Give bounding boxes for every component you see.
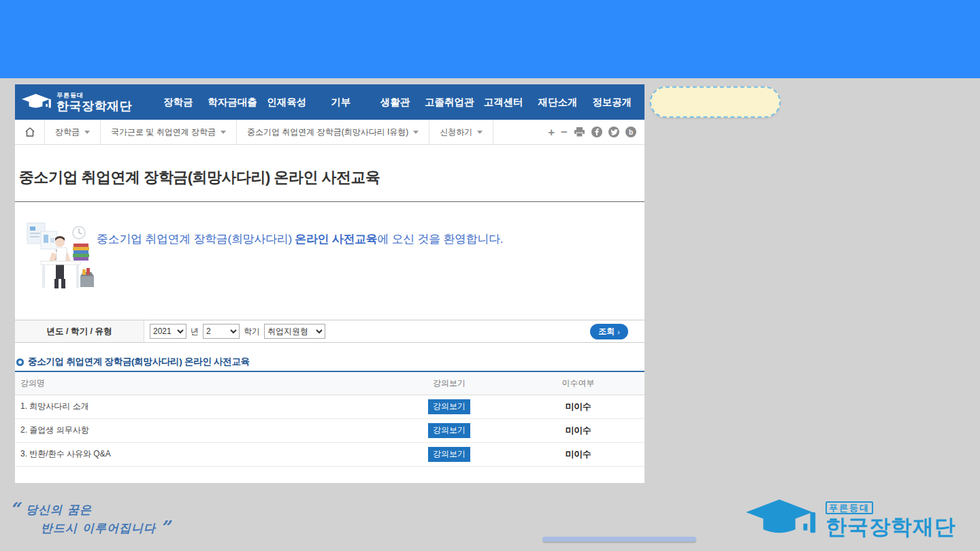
- slide-top-banner: [0, 0, 980, 78]
- home-icon[interactable]: [15, 120, 45, 144]
- nav-item-customer-center[interactable]: 고객센터: [476, 96, 531, 109]
- annotation-highlight-pill: [650, 86, 781, 118]
- course-table: 강의명 강의보기 이수여부 1. 희망사다리 소개 강의보기 미이수 2. 졸업…: [15, 371, 644, 467]
- nav-item-donation[interactable]: 기부: [314, 96, 368, 109]
- semester-suffix-label: 학기: [244, 326, 260, 337]
- chevron-down-icon: [477, 131, 483, 134]
- breadcrumb-item-apply[interactable]: 신청하기: [429, 120, 493, 144]
- course-name: 2. 졸업생 의무사항: [15, 418, 387, 442]
- page-tools: + − b: [548, 120, 644, 144]
- view-lecture-button[interactable]: 강의보기: [428, 423, 470, 438]
- slogan-line1: 당신의 꿈은: [26, 502, 92, 518]
- close-quote-mark: ”: [160, 520, 171, 535]
- chevron-right-icon: ›: [617, 328, 620, 336]
- graduation-cap-icon: [22, 90, 53, 114]
- zoom-out-icon[interactable]: −: [561, 127, 568, 138]
- printer-icon[interactable]: [574, 127, 585, 137]
- page-title: 중소기업 취업연계 장학금(희망사다리) 온라인 사전교육: [19, 167, 380, 188]
- course-name: 3. 반환/환수 사유와 Q&A: [15, 442, 387, 466]
- table-row: 2. 졸업생 의무사항 강의보기 미이수: [15, 418, 644, 442]
- type-select[interactable]: 취업지원형: [264, 324, 325, 339]
- chevron-down-icon: [413, 131, 419, 134]
- table-row: 3. 반환/환수 사유와 Q&A 강의보기 미이수: [15, 442, 644, 466]
- open-quote-mark: “: [10, 502, 20, 516]
- col-header-course-name: 강의명: [15, 371, 387, 395]
- table-header-row: 강의명 강의보기 이수여부: [15, 371, 644, 395]
- table-row: 1. 희망사다리 소개 강의보기 미이수: [15, 395, 644, 418]
- nav-item-highschool-employment[interactable]: 고졸취업관: [422, 96, 476, 109]
- footer-logo-name: 한국장학재단: [826, 516, 956, 537]
- col-header-view-lecture: 강의보기: [387, 371, 512, 395]
- nav-item-loans[interactable]: 학자금대출: [206, 96, 260, 109]
- search-button[interactable]: 조회 ›: [590, 324, 628, 339]
- title-divider: [15, 201, 644, 202]
- year-select[interactable]: 2021: [150, 324, 186, 339]
- brand-name: 한국장학재단: [56, 100, 132, 112]
- footer-logo-tagline: 푸른등대: [826, 501, 873, 514]
- year-suffix-label: 년: [191, 326, 199, 337]
- section-title: 중소기업 취업연계 장학금(희망사다리) 온라인 사전교육: [28, 356, 250, 368]
- welcome-message: 중소기업 취업연계 장학금(희망사다리) 온라인 사전교육에 오신 것을 환영합…: [97, 231, 503, 247]
- site-logo[interactable]: 푸른등대 한국장학재단: [15, 90, 151, 114]
- nav-item-talent[interactable]: 인재육성: [259, 96, 314, 109]
- blog-icon[interactable]: b: [625, 127, 636, 137]
- desk-worker-illustration: [20, 218, 97, 294]
- view-lecture-button[interactable]: 강의보기: [428, 399, 470, 414]
- graduation-cap-icon: [745, 497, 821, 541]
- semester-select[interactable]: 2: [203, 324, 240, 339]
- nav-item-about[interactable]: 재단소개: [531, 96, 585, 109]
- section-header: 중소기업 취업연계 장학금(희망사다리) 온라인 사전교육: [16, 356, 250, 368]
- filter-bar: 년도 / 학기 / 유형 2021 년 2 학기 취업지원형 조회 ›: [15, 320, 644, 343]
- filter-label: 년도 / 학기 / 유형: [15, 320, 144, 342]
- chevron-down-icon: [220, 131, 226, 134]
- course-name: 1. 희망사다리 소개: [15, 395, 387, 418]
- bottom-accent-bar: [542, 537, 696, 541]
- slogan-quote: “ 당신의 꿈은 반드시 이루어집니다 ”: [10, 502, 171, 536]
- footer-logo: 푸른등대 한국장학재단: [745, 497, 956, 541]
- slogan-line2: 반드시 이루어집니다: [41, 520, 156, 536]
- main-menu: 장학금 학자금대출 인재육성 기부 생활관 고졸취업관 고객센터 재단소개 정보…: [151, 84, 644, 120]
- breadcrumb: 장학금 국가근로 및 취업연계 장학금 중소기업 취업연계 장학금(희망사다리 …: [15, 120, 644, 145]
- col-header-completion: 이수여부: [512, 371, 644, 395]
- completion-status: 미이수: [512, 395, 644, 418]
- facebook-icon[interactable]: [591, 127, 602, 137]
- zoom-in-icon[interactable]: +: [548, 127, 555, 138]
- site-navbar: 푸른등대 한국장학재단 장학금 학자금대출 인재육성 기부 생활관 고졸취업관 …: [15, 84, 644, 120]
- completion-status: 미이수: [512, 442, 644, 466]
- nav-item-disclosure[interactable]: 정보공개: [585, 96, 639, 109]
- twitter-icon[interactable]: [608, 127, 619, 137]
- website-screenshot: 푸른등대 한국장학재단 장학금 학자금대출 인재육성 기부 생활관 고졸취업관 …: [15, 84, 644, 483]
- chevron-down-icon: [84, 131, 90, 134]
- breadcrumb-item-work-study[interactable]: 국가근로 및 취업연계 장학금: [101, 120, 237, 144]
- breadcrumb-item-sme-scholarship[interactable]: 중소기업 취업연계 장학금(희망사다리 I유형): [237, 120, 429, 144]
- view-lecture-button[interactable]: 강의보기: [428, 447, 470, 462]
- breadcrumb-item-scholarship[interactable]: 장학금: [45, 120, 101, 144]
- brand-tagline: 푸른등대: [56, 93, 132, 99]
- nav-item-scholarship[interactable]: 장학금: [151, 96, 206, 109]
- nav-item-dormitory[interactable]: 생활관: [368, 96, 423, 109]
- completion-status: 미이수: [512, 418, 644, 442]
- bullet-icon: [16, 358, 24, 366]
